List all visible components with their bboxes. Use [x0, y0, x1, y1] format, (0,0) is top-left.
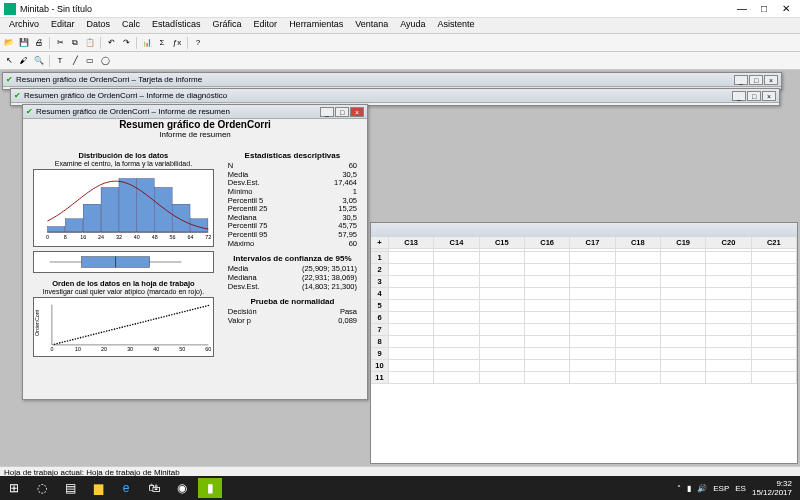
chart-icon[interactable]: 📊 [140, 36, 154, 50]
cell[interactable] [661, 348, 706, 360]
close-icon[interactable]: × [764, 75, 778, 85]
cell[interactable] [752, 324, 797, 336]
cell[interactable] [434, 276, 479, 288]
cell[interactable] [570, 300, 615, 312]
min-icon[interactable]: _ [734, 75, 748, 85]
cell[interactable] [389, 372, 434, 384]
cell[interactable] [480, 324, 525, 336]
cell[interactable] [706, 252, 751, 264]
paste-icon[interactable]: 📋 [83, 36, 97, 50]
close-icon[interactable]: × [762, 91, 776, 101]
cell[interactable] [480, 264, 525, 276]
kb-indicator[interactable]: ES [735, 484, 746, 493]
cell[interactable] [480, 360, 525, 372]
cell[interactable] [661, 288, 706, 300]
column-header[interactable]: C14 [434, 237, 479, 249]
store-icon[interactable]: 🛍 [142, 478, 166, 498]
cell[interactable] [616, 264, 661, 276]
column-header[interactable]: C20 [706, 237, 751, 249]
volume-icon[interactable]: 🔊 [697, 484, 707, 493]
column-header[interactable]: C21 [752, 237, 797, 249]
cell[interactable] [752, 300, 797, 312]
cell[interactable] [661, 360, 706, 372]
cell[interactable] [616, 372, 661, 384]
row-header[interactable]: 2 [371, 264, 389, 276]
cell[interactable] [706, 288, 751, 300]
circle-icon[interactable]: ◯ [98, 54, 112, 68]
edge-icon[interactable]: e [114, 478, 138, 498]
cell[interactable] [570, 360, 615, 372]
mdi-window-summary[interactable]: ✔Resumen gráfico de OrdenCorri – Informe… [22, 104, 368, 400]
folder-icon[interactable]: ▆ [86, 478, 110, 498]
undo-icon[interactable]: ↶ [104, 36, 118, 50]
menu-archivo[interactable]: Archivo [4, 18, 44, 33]
cell[interactable] [616, 300, 661, 312]
cell[interactable] [525, 372, 570, 384]
text-icon[interactable]: T [53, 54, 67, 68]
help-icon[interactable]: ? [191, 36, 205, 50]
menu-estadisticas[interactable]: Estadísticas [147, 18, 206, 33]
menu-calc[interactable]: Calc [117, 18, 145, 33]
minimize-button[interactable]: — [732, 3, 752, 14]
cell[interactable] [661, 300, 706, 312]
max-icon[interactable]: □ [747, 91, 761, 101]
cell[interactable] [616, 312, 661, 324]
row-header[interactable]: 8 [371, 336, 389, 348]
cell[interactable] [480, 336, 525, 348]
cell[interactable] [525, 252, 570, 264]
cell[interactable] [570, 312, 615, 324]
cell[interactable] [480, 300, 525, 312]
cell[interactable] [752, 288, 797, 300]
cell[interactable] [570, 336, 615, 348]
cell[interactable] [616, 288, 661, 300]
print-icon[interactable]: 🖨 [32, 36, 46, 50]
taskbar[interactable]: ⊞ ◌ ▤ ▆ e 🛍 ◉ ▮ ˄ ▮ 🔊 ESP ES 9:32 15/12/… [0, 476, 800, 500]
minitab-taskbar-icon[interactable]: ▮ [198, 478, 222, 498]
cell[interactable] [389, 300, 434, 312]
close-icon[interactable]: × [350, 107, 364, 117]
cut-icon[interactable]: ✂ [53, 36, 67, 50]
menu-ayuda[interactable]: Ayuda [395, 18, 430, 33]
menu-ventana[interactable]: Ventana [350, 18, 393, 33]
cell[interactable] [434, 300, 479, 312]
cell[interactable] [434, 324, 479, 336]
cell[interactable] [752, 336, 797, 348]
close-button[interactable]: ✕ [776, 3, 796, 14]
cell[interactable] [389, 336, 434, 348]
cell[interactable] [616, 324, 661, 336]
cell[interactable] [570, 252, 615, 264]
cell[interactable] [480, 372, 525, 384]
max-icon[interactable]: □ [335, 107, 349, 117]
cell[interactable] [661, 276, 706, 288]
cell[interactable] [434, 264, 479, 276]
row-header[interactable]: 4 [371, 288, 389, 300]
row-header[interactable]: 7 [371, 324, 389, 336]
cell[interactable] [525, 360, 570, 372]
search-icon[interactable]: ◌ [30, 478, 54, 498]
save-icon[interactable]: 💾 [17, 36, 31, 50]
battery-icon[interactable]: ▮ [687, 484, 691, 493]
column-header[interactable]: C15 [480, 237, 525, 249]
cell[interactable] [480, 252, 525, 264]
cell[interactable] [525, 312, 570, 324]
cell[interactable] [570, 276, 615, 288]
cell[interactable] [389, 288, 434, 300]
cell[interactable] [706, 324, 751, 336]
row-header[interactable]: 9 [371, 348, 389, 360]
tray-chevron-icon[interactable]: ˄ [677, 484, 681, 493]
cell[interactable] [434, 372, 479, 384]
column-header[interactable]: C13 [389, 237, 434, 249]
zoom-icon[interactable]: 🔍 [32, 54, 46, 68]
cell[interactable] [616, 276, 661, 288]
row-header[interactable]: 1 [371, 252, 389, 264]
copy-icon[interactable]: ⧉ [68, 36, 82, 50]
menu-datos[interactable]: Datos [82, 18, 116, 33]
fx-icon[interactable]: ƒx [170, 36, 184, 50]
clock-time[interactable]: 9:32 [752, 479, 792, 488]
cell[interactable] [480, 312, 525, 324]
cell[interactable] [434, 336, 479, 348]
menu-grafica[interactable]: Gráfica [208, 18, 247, 33]
row-header[interactable]: 5 [371, 300, 389, 312]
start-button[interactable]: ⊞ [2, 478, 26, 498]
cell[interactable] [570, 348, 615, 360]
